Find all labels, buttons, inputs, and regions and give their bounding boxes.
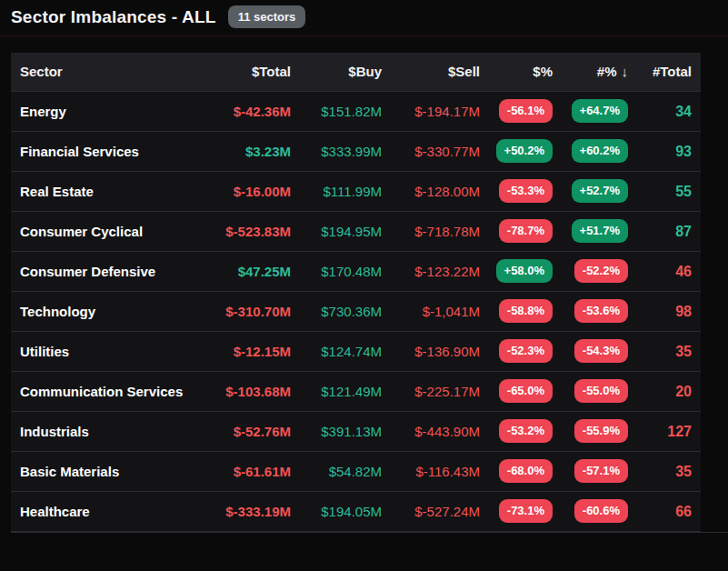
dollar-pct-badge: -68.0% bbox=[499, 459, 553, 483]
sector-name: Utilities bbox=[11, 332, 189, 372]
dollar-pct-badge: +50.2% bbox=[496, 139, 553, 163]
count-value: 20 bbox=[628, 372, 701, 412]
table-row[interactable]: Healthcare $-333.19M $194.05M $-527.24M … bbox=[11, 492, 701, 532]
num-pct-badge: +64.7% bbox=[572, 99, 628, 123]
total-value: $-523.83M bbox=[189, 212, 291, 252]
column-header-sell[interactable]: $Sell bbox=[382, 53, 480, 92]
num-pct-badge: -53.6% bbox=[574, 299, 628, 323]
dollar-pct-badge: -78.7% bbox=[499, 219, 553, 243]
table-row[interactable]: Consumer Defensive $47.25M $170.48M $-12… bbox=[11, 252, 701, 292]
count-value: 87 bbox=[628, 212, 701, 252]
sector-name: Energy bbox=[11, 92, 189, 132]
dollar-pct-badge: -52.3% bbox=[499, 339, 553, 363]
sector-name: Healthcare bbox=[11, 492, 189, 532]
count-value: 127 bbox=[628, 412, 701, 452]
column-header-num-total[interactable]: #Total bbox=[628, 53, 701, 92]
sell-value: $-123.22M bbox=[382, 252, 480, 292]
count-value: 35 bbox=[628, 332, 701, 372]
dollar-pct-badge: -53.2% bbox=[499, 419, 553, 443]
count-value: 46 bbox=[628, 252, 701, 292]
sector-name: Financial Services bbox=[11, 132, 189, 172]
table-bottom-divider bbox=[11, 532, 728, 533]
sector-imbalances-table: Sector $Total $Buy $Sell $% #%↓ #Total E… bbox=[11, 53, 701, 532]
total-value: $-42.36M bbox=[189, 92, 291, 132]
sector-name: Communication Services bbox=[11, 372, 189, 412]
count-value: 55 bbox=[628, 172, 701, 212]
num-pct-badge: -60.6% bbox=[574, 499, 628, 523]
page-title: Sector Imbalances - ALL bbox=[11, 7, 216, 27]
dollar-pct-badge: +58.0% bbox=[496, 259, 553, 283]
column-header-total[interactable]: $Total bbox=[189, 53, 291, 92]
buy-value: $170.48M bbox=[291, 252, 382, 292]
sell-value: $-1,041M bbox=[382, 292, 480, 332]
buy-value: $121.49M bbox=[291, 372, 382, 412]
dollar-pct-badge: -56.1% bbox=[499, 99, 553, 123]
table-row[interactable]: Industrials $-52.76M $391.13M $-443.90M … bbox=[11, 412, 701, 452]
sell-value: $-225.17M bbox=[382, 372, 480, 412]
sell-value: $-527.24M bbox=[382, 492, 480, 532]
sector-name: Consumer Cyclical bbox=[11, 212, 189, 252]
sell-value: $-330.77M bbox=[382, 132, 480, 172]
total-value: $-333.19M bbox=[189, 492, 291, 532]
total-value: $47.25M bbox=[189, 252, 291, 292]
count-value: 66 bbox=[628, 492, 701, 532]
column-header-num-pct[interactable]: #%↓ bbox=[553, 53, 628, 92]
table-row[interactable]: Real Estate $-16.00M $111.99M $-128.00M … bbox=[11, 172, 701, 212]
count-value: 98 bbox=[628, 292, 701, 332]
buy-value: $194.05M bbox=[291, 492, 382, 532]
table-row[interactable]: Energy $-42.36M $151.82M $-194.17M -56.1… bbox=[11, 92, 701, 132]
sector-name: Industrials bbox=[11, 412, 189, 452]
sort-desc-icon: ↓ bbox=[622, 64, 629, 79]
buy-value: $194.95M bbox=[291, 212, 382, 252]
total-value: $-12.15M bbox=[189, 332, 291, 372]
sell-value: $-443.90M bbox=[382, 412, 480, 452]
num-pct-badge: -57.1% bbox=[574, 459, 628, 483]
total-value: $-310.70M bbox=[189, 292, 291, 332]
sell-value: $-194.17M bbox=[382, 92, 480, 132]
table-row[interactable]: Consumer Cyclical $-523.83M $194.95M $-7… bbox=[11, 212, 701, 252]
dollar-pct-badge: -53.3% bbox=[499, 179, 553, 203]
num-pct-badge: +60.2% bbox=[572, 139, 628, 163]
column-header-buy[interactable]: $Buy bbox=[291, 53, 382, 92]
buy-value: $111.99M bbox=[291, 172, 382, 212]
count-value: 93 bbox=[628, 132, 701, 172]
count-value: 34 bbox=[628, 92, 701, 132]
table-row[interactable]: Technology $-310.70M $730.36M $-1,041M -… bbox=[11, 292, 701, 332]
dollar-pct-badge: -65.0% bbox=[499, 379, 553, 403]
num-pct-header-label: #% bbox=[597, 64, 617, 79]
column-header-dollar-pct[interactable]: $% bbox=[480, 53, 553, 92]
count-value: 35 bbox=[628, 452, 701, 492]
table-row[interactable]: Communication Services $-103.68M $121.49… bbox=[11, 372, 701, 412]
sector-name: Consumer Defensive bbox=[11, 252, 189, 292]
num-pct-badge: -55.9% bbox=[574, 419, 628, 443]
total-value: $-52.76M bbox=[189, 412, 291, 452]
dollar-pct-badge: -73.1% bbox=[499, 499, 553, 523]
table-row[interactable]: Financial Services $3.23M $333.99M $-330… bbox=[11, 132, 701, 172]
num-pct-badge: -55.0% bbox=[574, 379, 628, 403]
buy-value: $333.99M bbox=[291, 132, 382, 172]
total-value: $-16.00M bbox=[189, 172, 291, 212]
buy-value: $391.13M bbox=[291, 412, 382, 452]
buy-value: $730.36M bbox=[291, 292, 382, 332]
table-row[interactable]: Basic Materials $-61.61M $54.82M $-116.4… bbox=[11, 452, 701, 492]
table-row[interactable]: Utilities $-12.15M $124.74M $-136.90M -5… bbox=[11, 332, 701, 372]
sector-name: Technology bbox=[11, 292, 189, 332]
total-value: $3.23M bbox=[189, 132, 291, 172]
dollar-pct-badge: -58.8% bbox=[499, 299, 553, 323]
num-pct-badge: -52.2% bbox=[574, 259, 628, 283]
sell-value: $-136.90M bbox=[382, 332, 480, 372]
sell-value: $-128.00M bbox=[382, 172, 480, 212]
sell-value: $-116.43M bbox=[382, 452, 480, 492]
buy-value: $151.82M bbox=[291, 92, 382, 132]
sell-value: $-718.78M bbox=[382, 212, 480, 252]
titlebar: Sector Imbalances - ALL 11 sectors bbox=[0, 0, 728, 36]
num-pct-badge: +52.7% bbox=[572, 179, 628, 203]
num-pct-badge: +51.7% bbox=[572, 219, 628, 243]
sector-count-badge: 11 sectors bbox=[228, 5, 306, 28]
buy-value: $124.74M bbox=[291, 332, 382, 372]
sector-name: Basic Materials bbox=[11, 452, 189, 492]
column-header-sector[interactable]: Sector bbox=[11, 53, 189, 92]
sector-name: Real Estate bbox=[11, 172, 189, 212]
total-value: $-103.68M bbox=[189, 372, 291, 412]
buy-value: $54.82M bbox=[291, 452, 382, 492]
